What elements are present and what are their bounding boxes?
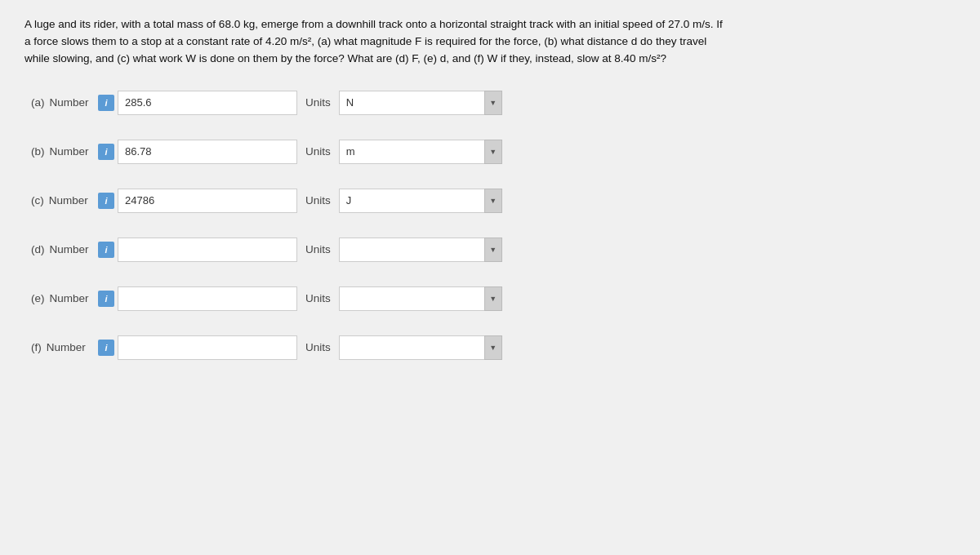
number-label-e: Number bbox=[50, 292, 89, 304]
part-letter-b: (b) bbox=[31, 145, 45, 158]
units-select-c[interactable]: NmJkgm/sm/s²W bbox=[339, 189, 502, 213]
part-label-e: (e)Number bbox=[24, 292, 98, 304]
part-label-f: (f)Number bbox=[24, 341, 98, 353]
answer-row-a: (a)NumberiUnitsNmJkgm/sm/s²W▼ bbox=[24, 91, 956, 115]
info-badge-f[interactable]: i bbox=[98, 340, 114, 356]
part-letter-a: (a) bbox=[31, 96, 45, 109]
number-label-a: Number bbox=[50, 96, 89, 109]
number-label-b: Number bbox=[50, 145, 89, 158]
units-select-d[interactable]: NmJkgm/sm/s²W bbox=[339, 238, 502, 262]
units-select-f[interactable]: NmJkgm/sm/s²W bbox=[339, 335, 502, 360]
part-letter-d: (d) bbox=[31, 243, 45, 255]
part-label-c: (c)Number bbox=[24, 194, 98, 206]
units-label-e: Units bbox=[305, 292, 331, 304]
number-label-f: Number bbox=[47, 341, 86, 353]
units-select-wrapper-b: NmJkgm/sm/s²W▼ bbox=[339, 140, 502, 164]
answer-row-d: (d)NumberiUnitsNmJkgm/sm/s²W▼ bbox=[24, 238, 956, 262]
units-label-c: Units bbox=[305, 194, 331, 206]
units-label-b: Units bbox=[305, 145, 331, 158]
number-input-d[interactable] bbox=[118, 238, 297, 262]
number-input-a[interactable] bbox=[118, 91, 297, 115]
info-badge-e[interactable]: i bbox=[98, 291, 114, 307]
units-select-wrapper-c: NmJkgm/sm/s²W▼ bbox=[339, 189, 502, 213]
units-select-b[interactable]: NmJkgm/sm/s²W bbox=[339, 140, 502, 164]
answer-row-f: (f)NumberiUnitsNmJkgm/sm/s²W▼ bbox=[24, 335, 956, 360]
units-select-a[interactable]: NmJkgm/sm/s²W bbox=[339, 91, 502, 115]
units-label-d: Units bbox=[305, 243, 331, 255]
units-select-wrapper-a: NmJkgm/sm/s²W▼ bbox=[339, 91, 502, 115]
number-input-e[interactable] bbox=[118, 286, 297, 311]
part-label-a: (a)Number bbox=[24, 96, 98, 109]
units-select-wrapper-d: NmJkgm/sm/s²W▼ bbox=[339, 238, 502, 262]
answer-row-e: (e)NumberiUnitsNmJkgm/sm/s²W▼ bbox=[24, 286, 956, 311]
units-select-e[interactable]: NmJkgm/sm/s²W bbox=[339, 286, 502, 311]
number-input-b[interactable] bbox=[118, 140, 297, 164]
answer-row-c: (c)NumberiUnitsNmJkgm/sm/s²W▼ bbox=[24, 189, 956, 213]
part-letter-c: (c) bbox=[31, 194, 44, 206]
answer-row-b: (b)NumberiUnitsNmJkgm/sm/s²W▼ bbox=[24, 140, 956, 164]
info-badge-a[interactable]: i bbox=[98, 95, 114, 111]
number-label-d: Number bbox=[50, 243, 89, 255]
part-letter-f: (f) bbox=[31, 341, 42, 353]
info-badge-d[interactable]: i bbox=[98, 242, 114, 258]
info-badge-b[interactable]: i bbox=[98, 144, 114, 160]
number-input-f[interactable] bbox=[118, 335, 297, 360]
part-label-b: (b)Number bbox=[24, 145, 98, 158]
info-badge-c[interactable]: i bbox=[98, 193, 114, 209]
units-label-f: Units bbox=[305, 341, 331, 353]
problem-text: A luge and its rider, with a total mass … bbox=[24, 16, 727, 68]
units-select-wrapper-e: NmJkgm/sm/s²W▼ bbox=[339, 286, 502, 311]
part-label-d: (d)Number bbox=[24, 243, 98, 255]
number-label-c: Number bbox=[49, 194, 88, 206]
units-select-wrapper-f: NmJkgm/sm/s²W▼ bbox=[339, 335, 502, 360]
number-input-c[interactable] bbox=[118, 189, 297, 213]
units-label-a: Units bbox=[305, 96, 331, 109]
part-letter-e: (e) bbox=[31, 292, 45, 304]
